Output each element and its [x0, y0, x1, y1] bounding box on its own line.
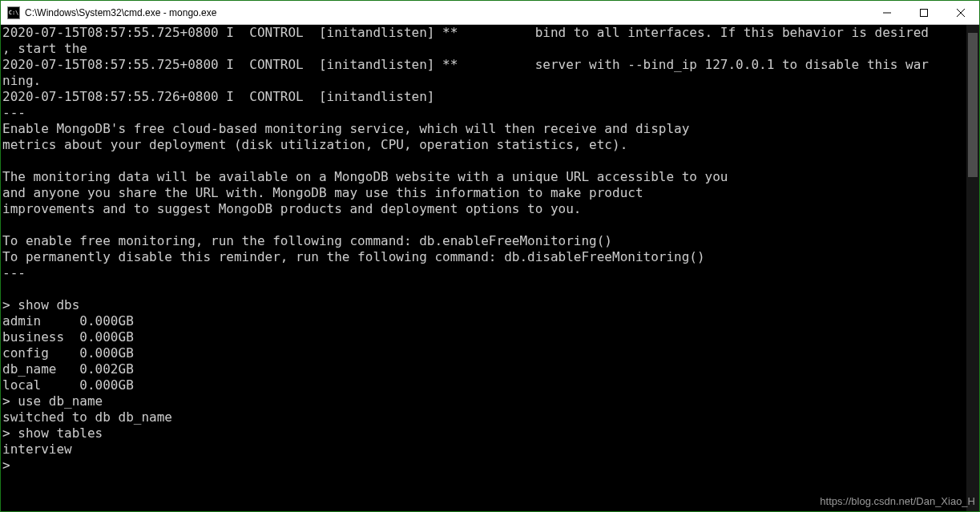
- maximize-icon: [920, 9, 928, 17]
- terminal-line: ---: [2, 105, 978, 121]
- minimize-button[interactable]: [869, 1, 905, 24]
- terminal-line: To enable free monitoring, run the follo…: [2, 233, 978, 249]
- svg-rect-1: [921, 9, 928, 16]
- terminal-line: > show tables: [2, 425, 978, 441]
- terminal-line: ning.: [2, 73, 978, 89]
- scrollbar-vertical[interactable]: [966, 25, 979, 511]
- maximize-button[interactable]: [905, 1, 942, 24]
- terminal-line: [2, 281, 978, 297]
- cmd-window: C:\ C:\Windows\System32\cmd.exe - mongo.…: [1, 1, 979, 511]
- minimize-icon: [883, 9, 891, 17]
- terminal-output: 2020-07-15T08:57:55.725+0800 I CONTROL […: [1, 25, 979, 474]
- terminal-line: and anyone you share the URL with. Mongo…: [2, 185, 978, 201]
- titlebar[interactable]: C:\ C:\Windows\System32\cmd.exe - mongo.…: [1, 1, 979, 25]
- terminal-line: > use db_name: [2, 393, 978, 409]
- terminal-line: db_name 0.002GB: [2, 361, 978, 377]
- terminal-line: interview: [2, 441, 978, 458]
- terminal-line: 2020-07-15T08:57:55.726+0800 I CONTROL […: [2, 89, 978, 105]
- terminal-area[interactable]: 2020-07-15T08:57:55.725+0800 I CONTROL […: [1, 25, 979, 511]
- window-title: C:\Windows\System32\cmd.exe - mongo.exe: [25, 7, 869, 18]
- terminal-line: , start the: [2, 41, 978, 57]
- watermark: https://blog.csdn.net/Dan_Xiao_H: [820, 495, 975, 507]
- terminal-line: [2, 153, 978, 169]
- terminal-line: ---: [2, 265, 978, 281]
- terminal-line: >: [2, 458, 978, 474]
- window-controls: [869, 1, 979, 24]
- cmd-icon: C:\: [7, 6, 20, 19]
- scrollbar-thumb[interactable]: [968, 33, 978, 177]
- terminal-line: To permanently disable this reminder, ru…: [2, 249, 978, 265]
- terminal-line: 2020-07-15T08:57:55.725+0800 I CONTROL […: [2, 25, 978, 41]
- terminal-line: business 0.000GB: [2, 329, 978, 345]
- close-icon: [957, 9, 965, 17]
- terminal-line: local 0.000GB: [2, 377, 978, 393]
- terminal-line: config 0.000GB: [2, 345, 978, 361]
- terminal-line: Enable MongoDB's free cloud-based monito…: [2, 121, 978, 137]
- terminal-line: metrics about your deployment (disk util…: [2, 137, 978, 153]
- terminal-line: > show dbs: [2, 297, 978, 313]
- terminal-line: 2020-07-15T08:57:55.725+0800 I CONTROL […: [2, 57, 978, 73]
- terminal-line: [2, 217, 978, 233]
- terminal-line: switched to db db_name: [2, 409, 978, 425]
- terminal-line: improvements and to suggest MongoDB prod…: [2, 201, 978, 217]
- terminal-line: admin 0.000GB: [2, 313, 978, 329]
- terminal-line: The monitoring data will be available on…: [2, 169, 978, 185]
- close-button[interactable]: [942, 1, 979, 24]
